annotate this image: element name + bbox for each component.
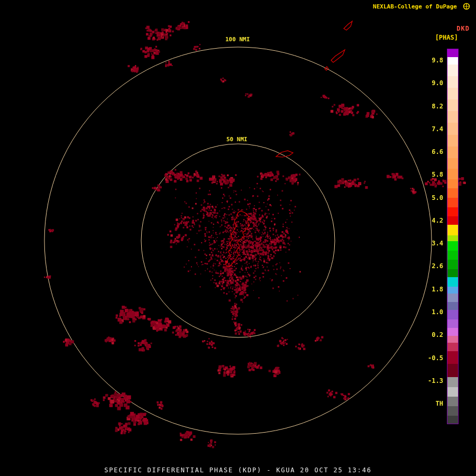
colorbar-segment	[447, 188, 458, 198]
header-source: NEXLAB-College of DuPage	[373, 3, 457, 10]
colorbar-segment	[447, 328, 458, 336]
colorbar-label: 2.6	[420, 262, 443, 270]
colorbar-segment	[447, 147, 458, 158]
colorbar-segment	[447, 49, 458, 57]
colorbar-segment	[447, 336, 458, 343]
colorbar-segment	[447, 416, 458, 424]
colorbar-label: 3.4	[420, 240, 443, 247]
colorbar-segment	[447, 123, 458, 134]
colorbar-segment	[447, 277, 458, 287]
colorbar-segment	[447, 319, 458, 327]
colorbar-label: 1.0	[420, 308, 443, 316]
colorbar-segment	[447, 397, 458, 406]
range-ring-label-100nmi: 100 NMI	[225, 36, 250, 43]
colorbar-segment	[447, 302, 458, 310]
colorbar-label: 6.6	[420, 148, 443, 155]
colorbar-segment	[447, 387, 458, 397]
colorbar-segment	[447, 57, 458, 64]
colorbar-segment	[447, 198, 458, 207]
colorbar-segment	[447, 310, 458, 319]
product-code: DKD	[456, 25, 470, 32]
colorbar-label: TH	[420, 400, 443, 407]
colorbar-segment	[447, 406, 458, 416]
colorbar-segment	[447, 377, 458, 388]
colorbar-segment	[447, 207, 458, 217]
colorbar-segment	[447, 76, 458, 88]
colorbar-segment	[447, 99, 458, 111]
colorbar-segment	[447, 88, 458, 99]
colorbar-label: -1.3	[420, 377, 443, 385]
colorbar-label: 1.8	[420, 286, 443, 293]
colorbar-segment	[447, 351, 458, 364]
colorbar-segment	[447, 260, 458, 269]
range-ring-label-50nmi: 50 NMI	[226, 136, 248, 143]
colorbar-segment	[447, 269, 458, 277]
colorbar-segment	[447, 65, 458, 76]
product-phase-tag: [PHAS]	[435, 34, 458, 41]
colorbar-label: 9.8	[420, 57, 443, 64]
colorbar-segment	[447, 364, 458, 377]
colorbar-segment	[447, 287, 458, 294]
colorbar-label: -0.5	[420, 354, 443, 362]
colorbar-segment	[447, 135, 458, 147]
colorbar-label: 5.0	[420, 194, 443, 202]
colorbar-label: 0.2	[420, 331, 443, 338]
colorbar-segment	[447, 294, 458, 301]
colorbar-segment	[447, 169, 458, 179]
colorbar-segment	[447, 251, 458, 260]
colorbar-segment	[447, 179, 458, 189]
footer-product-title: SPECIFIC DIFFERENTIAL PHASE (KDP) - KGUA…	[0, 466, 476, 474]
colorbar-label: 5.8	[420, 171, 443, 178]
radar-map-canvas	[0, 0, 476, 476]
colorbar-label: 9.0	[420, 79, 443, 87]
cod-logo-icon	[462, 2, 471, 11]
colorbar-segment	[447, 343, 458, 351]
colorbar	[447, 49, 459, 424]
radar-display: 100 NMI 50 NMI NEXLAB-College of DuPage …	[0, 0, 476, 476]
colorbar-label: 8.2	[420, 103, 443, 110]
colorbar-segment	[447, 241, 458, 251]
colorbar-segment	[447, 216, 458, 224]
colorbar-label: 4.2	[420, 217, 443, 224]
colorbar-segment	[447, 235, 458, 241]
colorbar-segment	[447, 111, 458, 123]
colorbar-segment	[447, 225, 458, 235]
colorbar-segment	[447, 158, 458, 169]
colorbar-label: 7.4	[420, 125, 443, 133]
